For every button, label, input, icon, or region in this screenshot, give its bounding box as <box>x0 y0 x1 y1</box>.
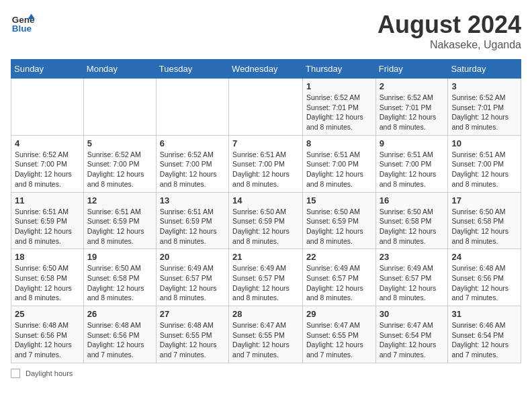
day-info: Sunrise: 6:50 AM Sunset: 6:58 PM Dayligh… <box>87 263 152 303</box>
day-number: 21 <box>232 252 299 262</box>
day-info: Sunrise: 6:48 AM Sunset: 6:55 PM Dayligh… <box>160 320 225 360</box>
calendar-week-row: 11Sunrise: 6:51 AM Sunset: 6:59 PM Dayli… <box>11 192 521 249</box>
day-number: 5 <box>87 138 152 148</box>
calendar-cell <box>11 79 84 136</box>
day-number: 7 <box>232 138 299 148</box>
day-info: Sunrise: 6:50 AM Sunset: 6:59 PM Dayligh… <box>306 207 372 246</box>
day-info: Sunrise: 6:49 AM Sunset: 6:57 PM Dayligh… <box>380 263 445 303</box>
calendar-day-header: Sunday <box>11 60 84 79</box>
day-info: Sunrise: 6:46 AM Sunset: 6:54 PM Dayligh… <box>451 320 517 360</box>
calendar-cell: 6Sunrise: 6:52 AM Sunset: 7:00 PM Daylig… <box>156 135 228 192</box>
day-info: Sunrise: 6:49 AM Sunset: 6:57 PM Dayligh… <box>232 263 299 303</box>
day-number: 20 <box>160 252 225 262</box>
day-info: Sunrise: 6:47 AM Sunset: 6:55 PM Dayligh… <box>306 320 372 360</box>
calendar-day-header: Monday <box>83 60 156 79</box>
day-info: Sunrise: 6:50 AM Sunset: 6:58 PM Dayligh… <box>451 207 517 246</box>
day-number: 27 <box>160 309 225 319</box>
day-number: 28 <box>232 309 299 319</box>
svg-text:Blue: Blue <box>12 24 32 34</box>
calendar-day-header: Saturday <box>448 60 521 79</box>
day-number: 6 <box>160 138 225 148</box>
day-info: Sunrise: 6:48 AM Sunset: 6:56 PM Dayligh… <box>15 320 80 360</box>
day-number: 15 <box>306 195 372 205</box>
calendar-cell: 15Sunrise: 6:50 AM Sunset: 6:59 PM Dayli… <box>303 192 376 249</box>
calendar-table: SundayMondayTuesdayWednesdayThursdayFrid… <box>11 59 521 363</box>
calendar-cell: 1Sunrise: 6:52 AM Sunset: 7:01 PM Daylig… <box>303 79 376 136</box>
calendar-day-header: Wednesday <box>229 60 303 79</box>
day-info: Sunrise: 6:48 AM Sunset: 6:56 PM Dayligh… <box>87 320 152 360</box>
calendar-cell: 28Sunrise: 6:47 AM Sunset: 6:55 PM Dayli… <box>229 306 303 363</box>
day-info: Sunrise: 6:51 AM Sunset: 7:00 PM Dayligh… <box>380 150 445 189</box>
footer-label: Daylight hours <box>26 369 73 377</box>
day-number: 30 <box>380 309 445 319</box>
day-number: 23 <box>380 252 445 262</box>
calendar-cell: 19Sunrise: 6:50 AM Sunset: 6:58 PM Dayli… <box>83 249 156 306</box>
day-info: Sunrise: 6:51 AM Sunset: 7:00 PM Dayligh… <box>232 150 299 189</box>
calendar-cell: 25Sunrise: 6:48 AM Sunset: 6:56 PM Dayli… <box>11 306 84 363</box>
calendar-cell: 29Sunrise: 6:47 AM Sunset: 6:55 PM Dayli… <box>303 306 376 363</box>
day-info: Sunrise: 6:52 AM Sunset: 7:00 PM Dayligh… <box>160 150 225 189</box>
day-number: 14 <box>232 195 299 205</box>
calendar-cell: 14Sunrise: 6:50 AM Sunset: 6:59 PM Dayli… <box>229 192 303 249</box>
calendar-cell <box>83 79 156 136</box>
calendar-cell: 9Sunrise: 6:51 AM Sunset: 7:00 PM Daylig… <box>375 135 448 192</box>
day-number: 4 <box>15 138 80 148</box>
day-info: Sunrise: 6:50 AM Sunset: 6:58 PM Dayligh… <box>380 207 445 246</box>
day-info: Sunrise: 6:52 AM Sunset: 7:01 PM Dayligh… <box>380 93 445 132</box>
calendar-cell: 2Sunrise: 6:52 AM Sunset: 7:01 PM Daylig… <box>375 79 448 136</box>
calendar-cell: 8Sunrise: 6:51 AM Sunset: 7:00 PM Daylig… <box>303 135 376 192</box>
calendar-cell <box>156 79 228 136</box>
day-number: 25 <box>15 309 80 319</box>
calendar-week-row: 25Sunrise: 6:48 AM Sunset: 6:56 PM Dayli… <box>11 306 521 363</box>
day-info: Sunrise: 6:49 AM Sunset: 6:57 PM Dayligh… <box>160 263 225 303</box>
calendar-cell: 18Sunrise: 6:50 AM Sunset: 6:58 PM Dayli… <box>11 249 84 306</box>
page-header: General Blue August 2024 Nakaseke, Ugand… <box>11 11 521 51</box>
day-number: 13 <box>160 195 225 205</box>
day-info: Sunrise: 6:47 AM Sunset: 6:55 PM Dayligh… <box>232 320 299 360</box>
day-number: 3 <box>451 81 517 91</box>
calendar-day-header: Tuesday <box>156 60 228 79</box>
calendar-cell: 3Sunrise: 6:52 AM Sunset: 7:01 PM Daylig… <box>448 79 521 136</box>
calendar-cell: 24Sunrise: 6:48 AM Sunset: 6:56 PM Dayli… <box>448 249 521 306</box>
calendar-cell: 10Sunrise: 6:51 AM Sunset: 7:00 PM Dayli… <box>448 135 521 192</box>
calendar-cell: 7Sunrise: 6:51 AM Sunset: 7:00 PM Daylig… <box>229 135 303 192</box>
logo-icon: General Blue <box>11 11 35 35</box>
day-number: 17 <box>451 195 517 205</box>
day-info: Sunrise: 6:47 AM Sunset: 6:54 PM Dayligh… <box>380 320 445 360</box>
day-info: Sunrise: 6:49 AM Sunset: 6:57 PM Dayligh… <box>306 263 372 303</box>
day-number: 16 <box>380 195 445 205</box>
calendar-cell: 26Sunrise: 6:48 AM Sunset: 6:56 PM Dayli… <box>83 306 156 363</box>
calendar-cell: 17Sunrise: 6:50 AM Sunset: 6:58 PM Dayli… <box>448 192 521 249</box>
calendar-cell: 22Sunrise: 6:49 AM Sunset: 6:57 PM Dayli… <box>303 249 376 306</box>
calendar-cell: 13Sunrise: 6:51 AM Sunset: 6:59 PM Dayli… <box>156 192 228 249</box>
day-info: Sunrise: 6:51 AM Sunset: 7:00 PM Dayligh… <box>451 150 517 189</box>
calendar-footer: Daylight hours <box>11 369 521 378</box>
day-number: 19 <box>87 252 152 262</box>
day-info: Sunrise: 6:48 AM Sunset: 6:56 PM Dayligh… <box>451 263 517 303</box>
day-number: 9 <box>380 138 445 148</box>
calendar-cell: 12Sunrise: 6:51 AM Sunset: 6:59 PM Dayli… <box>83 192 156 249</box>
day-number: 24 <box>451 252 517 262</box>
calendar-cell: 27Sunrise: 6:48 AM Sunset: 6:55 PM Dayli… <box>156 306 228 363</box>
title-block: August 2024 Nakaseke, Uganda <box>378 11 521 51</box>
day-number: 1 <box>306 81 372 91</box>
calendar-day-header: Thursday <box>303 60 376 79</box>
day-info: Sunrise: 6:52 AM Sunset: 7:00 PM Dayligh… <box>87 150 152 189</box>
day-number: 31 <box>451 309 517 319</box>
calendar-cell: 5Sunrise: 6:52 AM Sunset: 7:00 PM Daylig… <box>83 135 156 192</box>
calendar-cell <box>229 79 303 136</box>
day-number: 18 <box>15 252 80 262</box>
day-number: 12 <box>87 195 152 205</box>
day-info: Sunrise: 6:51 AM Sunset: 6:59 PM Dayligh… <box>87 207 152 246</box>
day-info: Sunrise: 6:50 AM Sunset: 6:58 PM Dayligh… <box>15 263 80 303</box>
day-number: 29 <box>306 309 372 319</box>
calendar-week-row: 18Sunrise: 6:50 AM Sunset: 6:58 PM Dayli… <box>11 249 521 306</box>
location: Nakaseke, Uganda <box>378 39 521 51</box>
month-year: August 2024 <box>378 11 521 39</box>
day-info: Sunrise: 6:51 AM Sunset: 6:59 PM Dayligh… <box>160 207 225 246</box>
day-number: 22 <box>306 252 372 262</box>
day-number: 8 <box>306 138 372 148</box>
calendar-cell: 30Sunrise: 6:47 AM Sunset: 6:54 PM Dayli… <box>375 306 448 363</box>
day-info: Sunrise: 6:52 AM Sunset: 7:01 PM Dayligh… <box>306 93 372 132</box>
day-info: Sunrise: 6:51 AM Sunset: 6:59 PM Dayligh… <box>15 207 80 246</box>
